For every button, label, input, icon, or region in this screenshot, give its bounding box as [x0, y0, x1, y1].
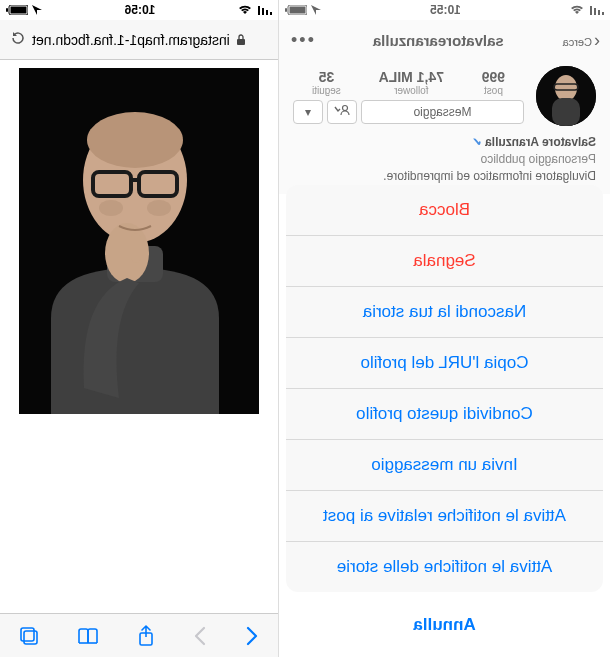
svg-rect-28 — [131, 233, 141, 263]
lock-icon — [236, 34, 246, 46]
svg-rect-34 — [21, 628, 34, 641]
svg-rect-17 — [11, 7, 27, 14]
profile-image[interactable] — [19, 68, 259, 414]
svg-rect-12 — [270, 12, 272, 15]
svg-rect-13 — [266, 10, 268, 15]
battery-icon — [6, 5, 28, 15]
svg-point-22 — [87, 112, 183, 168]
page-content — [0, 60, 278, 600]
location-icon — [32, 5, 42, 15]
safari-toolbar — [0, 613, 278, 657]
sheet-hide-story[interactable]: Nascondi la tua storia — [286, 287, 603, 338]
nav-forward-button — [193, 626, 207, 646]
sheet-enable-story-notifications[interactable]: Attiva le notifiche delle storie — [286, 542, 603, 592]
instagram-screen: 10:55 ‹Cerca salvatorearanzulla ••• — [278, 0, 610, 657]
status-time: 10:56 — [125, 3, 156, 17]
bookmarks-button[interactable] — [77, 627, 99, 645]
svg-rect-14 — [262, 8, 264, 15]
svg-point-27 — [105, 223, 149, 283]
sheet-report[interactable]: Segnala — [286, 236, 603, 287]
reload-icon[interactable] — [10, 30, 26, 49]
svg-rect-35 — [24, 631, 37, 644]
sheet-send-message[interactable]: Invia un messaggio — [286, 440, 603, 491]
sheet-copy-url[interactable]: Copia l'URL del profilo — [286, 338, 603, 389]
address-bar[interactable]: instagram.fnap1-1.fna.fbcdn.net — [0, 20, 278, 60]
status-bar: 10:56 — [0, 0, 278, 20]
svg-rect-15 — [258, 6, 260, 15]
signal-icon — [256, 5, 272, 15]
share-button[interactable] — [137, 625, 155, 647]
safari-screen: 10:56 instagram.fnap1-1.fna.fbcdn.net — [0, 0, 278, 657]
action-sheet: Blocca Segnala Nascondi la tua storia Co… — [286, 185, 603, 650]
svg-point-29 — [147, 200, 171, 216]
svg-point-30 — [99, 200, 123, 216]
tabs-button[interactable] — [19, 626, 39, 646]
svg-rect-19 — [237, 39, 245, 45]
address-domain: instagram.fnap1-1.fna.fbcdn.net — [32, 32, 230, 48]
sheet-cancel[interactable]: Annulla — [286, 600, 603, 650]
nav-back-button[interactable] — [245, 626, 259, 646]
wifi-icon — [238, 5, 252, 15]
sheet-block[interactable]: Blocca — [286, 185, 603, 236]
sheet-share-profile[interactable]: Condividi questo profilo — [286, 389, 603, 440]
action-sheet-overlay[interactable]: Blocca Segnala Nascondi la tua storia Co… — [279, 0, 610, 657]
svg-rect-18 — [6, 8, 8, 12]
sheet-enable-post-notifications[interactable]: Attiva le notifiche relative ai post — [286, 491, 603, 542]
